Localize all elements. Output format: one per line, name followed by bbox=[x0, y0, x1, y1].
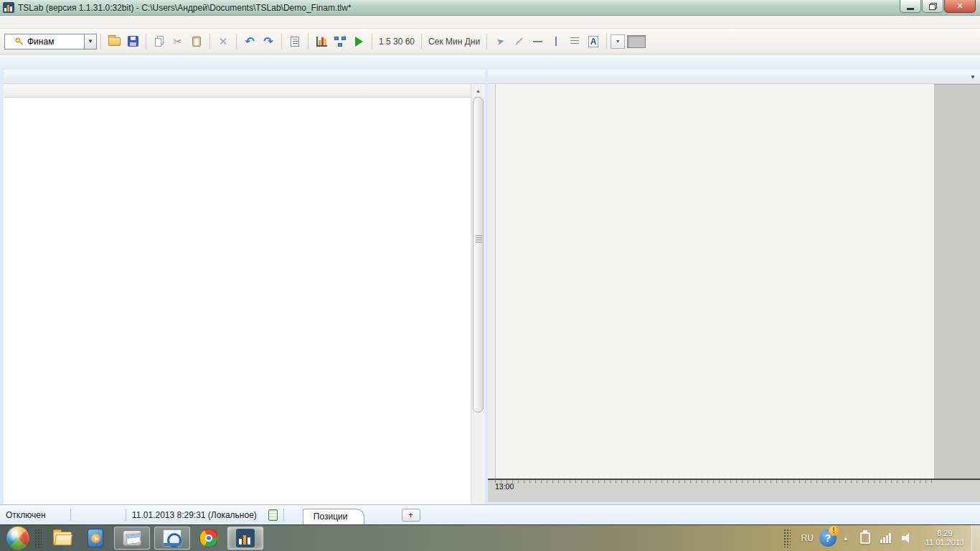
language-indicator[interactable]: RU bbox=[801, 533, 813, 543]
style-dropdown-button[interactable]: ▼ bbox=[611, 34, 625, 49]
chart-tab-strip bbox=[488, 70, 980, 84]
show-desktop-button[interactable] bbox=[971, 525, 980, 551]
x-axis-time-label: 13:00 bbox=[495, 482, 514, 491]
network-icon[interactable] bbox=[880, 533, 892, 543]
toolbar-dots bbox=[34, 529, 42, 547]
account-combobox[interactable]: Финам bbox=[4, 34, 85, 50]
save-button[interactable] bbox=[123, 32, 142, 51]
positions-tab[interactable]: Позиции bbox=[303, 509, 364, 524]
tray-date: 11.01.2013 bbox=[925, 538, 964, 547]
vertical-scrollbar[interactable]: ▲ bbox=[471, 84, 485, 504]
play-icon bbox=[355, 37, 363, 47]
results-table bbox=[4, 84, 471, 504]
media-player-icon bbox=[88, 529, 103, 547]
taskbar-chrome-button[interactable] bbox=[194, 527, 223, 550]
copy-icon bbox=[155, 38, 161, 47]
taskbar-tslab-button[interactable] bbox=[227, 527, 263, 550]
grid-status-icon bbox=[268, 509, 278, 521]
hp-app-icon bbox=[163, 529, 182, 547]
account-name: Финам bbox=[27, 37, 54, 47]
menu-bar bbox=[0, 16, 980, 29]
properties-icon bbox=[291, 37, 299, 47]
vertical-line-tool-button[interactable] bbox=[547, 32, 565, 51]
chart-y-axis bbox=[934, 84, 980, 479]
undo-button[interactable]: ↶ bbox=[240, 32, 259, 51]
text-label-icon: A bbox=[588, 36, 599, 47]
taskbar-media-player-button[interactable] bbox=[81, 527, 110, 550]
diagonal-line-icon bbox=[515, 38, 522, 45]
taskbar-photo-viewer-button[interactable] bbox=[114, 527, 150, 550]
restore-icon bbox=[929, 4, 936, 10]
action-center-icon[interactable] bbox=[860, 532, 870, 544]
chrome-icon bbox=[199, 529, 218, 547]
system-tray: RU ? ▲ 8:29 11.01.2013 bbox=[779, 525, 980, 551]
paste-icon bbox=[192, 37, 201, 47]
x-axis-ticks bbox=[495, 480, 934, 483]
clock-status: 11.01.2013 8:29:31 (Локальное) bbox=[126, 510, 263, 520]
open-button[interactable] bbox=[105, 32, 123, 51]
run-button[interactable] bbox=[349, 32, 368, 51]
text-tool-button[interactable]: A bbox=[584, 32, 603, 51]
table-header-row bbox=[4, 84, 471, 98]
account-dropdown-button[interactable]: ▼ bbox=[85, 34, 97, 50]
results-pane: ▲ bbox=[0, 70, 485, 504]
title-bar[interactable]: TSLab (версия 1.1.31.0:32bit) - C:\Users… bbox=[0, 0, 980, 16]
key-icon bbox=[15, 37, 24, 46]
horizontal-line-tool-button[interactable] bbox=[528, 32, 547, 51]
tslab-icon bbox=[236, 529, 255, 547]
chart-button[interactable] bbox=[312, 32, 331, 51]
script-tab-strip bbox=[4, 70, 485, 84]
taskbar-explorer-button[interactable] bbox=[48, 527, 77, 550]
add-panel-button[interactable]: + bbox=[402, 509, 420, 522]
cursor-icon: ➤ bbox=[495, 35, 505, 47]
tray-clock[interactable]: 8:29 11.01.2013 bbox=[925, 529, 964, 547]
taskbar-hp-button[interactable] bbox=[154, 527, 190, 550]
toolbar: Финам ▼ ✂ ✕ ↶ ↷ 1 5 30 60 Сек Мин Дни ➤ … bbox=[0, 29, 980, 55]
tray-time: 8:29 bbox=[937, 529, 952, 537]
paste-button[interactable] bbox=[187, 32, 206, 51]
photo-viewer-icon bbox=[123, 530, 141, 546]
undo-icon: ↶ bbox=[245, 36, 254, 47]
interval-presets[interactable]: 1 5 30 60 bbox=[376, 37, 418, 47]
cut-icon: ✂ bbox=[174, 35, 183, 48]
tslab-window: TSLab (версия 1.1.31.0:32bit) - C:\Users… bbox=[0, 0, 980, 551]
horizontal-line-icon bbox=[533, 41, 542, 42]
restore-button[interactable] bbox=[922, 0, 943, 13]
chart-tab-menu-icon[interactable]: ▼ bbox=[970, 74, 976, 80]
bar-chart-icon bbox=[316, 37, 327, 47]
open-folder-icon bbox=[108, 37, 121, 46]
chevron-down-icon: ▼ bbox=[88, 38, 93, 44]
scrollbar-thumb[interactable] bbox=[473, 97, 484, 413]
levels-tool-button[interactable] bbox=[565, 32, 584, 51]
minimize-icon bbox=[907, 8, 914, 10]
scrollbar-grip-icon bbox=[476, 235, 482, 242]
vertical-line-icon bbox=[555, 37, 557, 46]
cut-button[interactable]: ✂ bbox=[169, 32, 187, 51]
taskbar: RU ? ▲ 8:29 11.01.2013 bbox=[0, 524, 980, 551]
document-tab-strip bbox=[0, 55, 980, 70]
color-swatch[interactable] bbox=[627, 35, 646, 48]
redo-button[interactable]: ↷ bbox=[259, 32, 278, 51]
chart-pane: ▼ 13:00 bbox=[488, 70, 980, 504]
help-notification-icon[interactable]: ? bbox=[819, 529, 837, 547]
scroll-up-icon[interactable]: ▲ bbox=[471, 85, 485, 97]
volume-icon[interactable] bbox=[902, 533, 913, 543]
chart-x-axis: 13:00 bbox=[488, 479, 980, 502]
profit-chart[interactable] bbox=[495, 84, 934, 479]
tray-dots bbox=[783, 529, 791, 547]
status-bar: Отключен 11.01.2013 8:29:31 (Локальное) … bbox=[0, 504, 980, 524]
minimize-button[interactable] bbox=[900, 0, 921, 13]
pointer-tool-button[interactable]: ➤ bbox=[491, 32, 509, 51]
trend-line-tool-button[interactable] bbox=[509, 32, 528, 51]
flow-diagram-icon bbox=[334, 37, 346, 47]
interval-units[interactable]: Сек Мин Дни bbox=[425, 37, 483, 47]
start-button[interactable] bbox=[6, 526, 30, 550]
delete-button[interactable]: ✕ bbox=[214, 32, 232, 51]
close-button[interactable]: ✕ bbox=[944, 0, 976, 13]
properties-button[interactable] bbox=[286, 32, 304, 51]
chevron-down-icon: ▼ bbox=[616, 39, 621, 44]
copy-button[interactable] bbox=[150, 32, 169, 51]
content-area: ▲ ▼ 13:00 bbox=[0, 70, 980, 504]
tray-expand-icon[interactable]: ▲ bbox=[843, 535, 849, 542]
script-scheme-button[interactable] bbox=[331, 32, 349, 51]
